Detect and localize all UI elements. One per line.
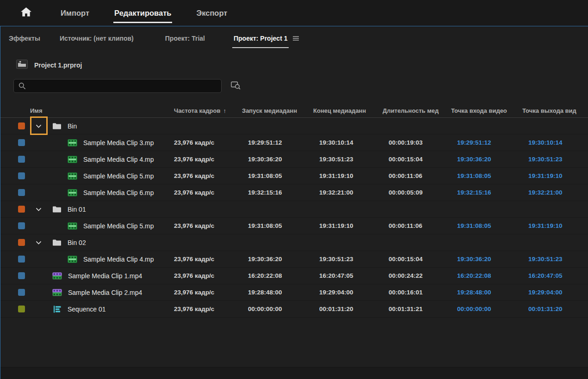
column-header-framerate[interactable]: Частота кадров↑ [174,107,242,114]
find-in-project-button[interactable] [231,81,241,92]
video-in-cell: 19:30:36:20 [451,156,522,163]
video-in-cell: 19:30:36:20 [451,256,522,263]
clip-icon [68,222,77,230]
table-header: Имя Частота кадров↑ Запуск медиаданн Кон… [0,104,588,118]
column-header-video-in[interactable]: Точка входа видео [451,107,522,114]
item-name: Bin 01 [68,206,86,213]
frame-rate-cell: 23,976 кадр/с [174,306,242,312]
media-end-cell: 19:32:21:00 [313,189,383,196]
column-header-media-duration[interactable]: Длительность мед [383,107,451,114]
label-chip[interactable] [18,306,25,312]
avclip-icon [52,272,62,280]
tab-effects[interactable]: Эффекты [9,32,40,44]
name-cell: Sequence 01 [0,306,174,313]
label-chip[interactable] [18,289,25,296]
video-in-cell: 19:32:15:16 [451,189,522,196]
media-duration-cell: 00:00:05:09 [383,189,451,196]
label-chip[interactable] [18,239,25,246]
item-name: Sequence 01 [68,306,106,313]
tab-edit[interactable]: Редактировать [102,0,184,26]
media-duration-cell: 00:00:16:01 [383,289,451,296]
tab-project-trial[interactable]: Проект: Trial [165,32,205,44]
media-start-cell: 00:00:00:00 [242,306,313,312]
media-start-cell: 19:31:08:05 [242,222,313,229]
tab-export[interactable]: Экспорт [184,0,240,26]
clip-row[interactable]: Sample Media Clip 5.mp23,976 кадр/с19:31… [0,218,588,234]
item-name: Sample Media Clip 5.mp [83,222,154,230]
item-name: Bin 02 [68,239,86,246]
label-chip[interactable] [18,256,25,263]
video-out-cell: 19:30:10:14 [522,139,588,146]
clip-row[interactable]: Sample Media Clip 4.mp23,976 кадр/с19:30… [0,251,588,268]
clip-row[interactable]: Sample Media Clip 1.mp423,976 кадр/с16:2… [0,268,588,284]
name-cell: Sample Media Clip 4.mp [0,156,174,163]
clip-icon [68,172,77,180]
clip-icon [68,139,77,147]
sequence-row[interactable]: Sequence 0123,976 кадр/с00:00:00:0000:01… [0,301,588,318]
item-name: Sample Media Clip 3.mp [83,139,154,147]
name-cell: Bin [0,122,174,130]
video-out-cell: 16:20:47:05 [522,272,588,279]
label-chip[interactable] [18,156,25,163]
media-end-cell: 16:20:47:05 [313,272,383,279]
media-end-cell: 19:31:19:10 [313,172,383,179]
search-input[interactable] [13,79,222,93]
clip-icon [68,189,77,196]
panel-menu-icon[interactable] [293,36,299,41]
frame-rate-cell: 23,976 кадр/с [174,222,242,229]
name-cell: Bin 02 [0,239,174,246]
clip-icon [68,256,77,263]
video-in-cell: 19:31:08:05 [451,172,522,179]
item-name: Bin [68,122,77,130]
tab-source[interactable]: Источник: (нет клипов) [60,32,134,44]
label-chip[interactable] [18,206,25,213]
media-end-cell: 19:31:19:10 [313,222,383,229]
label-chip[interactable] [18,222,25,229]
media-start-cell: 16:20:22:08 [242,272,313,279]
column-header-video-out[interactable]: Точка выхода вид [522,107,588,114]
find-icon [231,81,241,92]
video-in-cell: 19:29:51:12 [451,139,522,146]
name-cell: Sample Media Clip 3.mp [0,139,174,147]
media-end-cell: 19:30:51:23 [313,156,383,163]
label-chip[interactable] [18,189,25,196]
folder-icon [52,206,62,213]
media-start-cell: 19:31:08:05 [242,172,313,179]
breadcrumb-label: Project 1.prproj [34,61,82,69]
column-header-media-start[interactable]: Запуск медиаданн [242,107,313,114]
clip-row[interactable]: Sample Media Clip 2.mp423,976 кадр/с19:2… [0,284,588,301]
media-start-cell: 19:30:36:20 [242,156,313,163]
clip-icon [68,156,77,163]
tab-import[interactable]: Импорт [48,0,102,26]
video-in-cell: 16:20:22:08 [451,272,522,279]
column-header-media-end[interactable]: Конец медиаданн [313,107,383,114]
chevron-down-icon[interactable] [36,124,42,128]
label-chip[interactable] [18,139,25,146]
project-panel: Эффекты Источник: (нет клипов) Проект: T… [0,26,588,379]
clip-row[interactable]: Sample Media Clip 6.mp23,976 кадр/с19:32… [0,184,588,201]
chevron-down-icon[interactable] [36,241,42,245]
home-button[interactable] [17,7,35,18]
chevron-down-icon[interactable] [36,208,42,211]
clip-row[interactable]: Sample Media Clip 4.mp23,976 кадр/с19:30… [0,151,588,168]
bin-row[interactable]: Bin 01 [0,201,588,218]
column-header-name[interactable]: Имя [0,107,174,114]
clip-row[interactable]: Sample Media Clip 5.mp23,976 кадр/с19:31… [0,168,588,184]
frame-rate-cell: 23,976 кадр/с [174,256,242,263]
folder-icon [52,122,62,130]
label-chip[interactable] [18,172,25,179]
name-cell: Bin 01 [0,206,174,213]
frame-rate-cell: 23,976 кадр/с [174,172,242,179]
clip-row[interactable]: Sample Media Clip 3.mp23,976 кадр/с19:29… [0,134,588,151]
breadcrumb[interactable]: Project 1.prproj [16,59,588,72]
item-name: Sample Media Clip 4.mp [83,156,154,163]
media-start-cell: 19:29:51:12 [242,139,313,146]
label-chip[interactable] [18,272,25,279]
bin-row[interactable]: Bin 02 [0,234,588,251]
bin-row[interactable]: Bin [0,118,588,134]
tab-project-project1[interactable]: Проект: Project 1 [234,32,299,44]
name-cell: Sample Media Clip 5.mp [0,172,174,180]
label-chip[interactable] [18,122,25,129]
video-out-cell: 19:29:04:00 [522,289,588,296]
folder-icon [52,239,62,246]
